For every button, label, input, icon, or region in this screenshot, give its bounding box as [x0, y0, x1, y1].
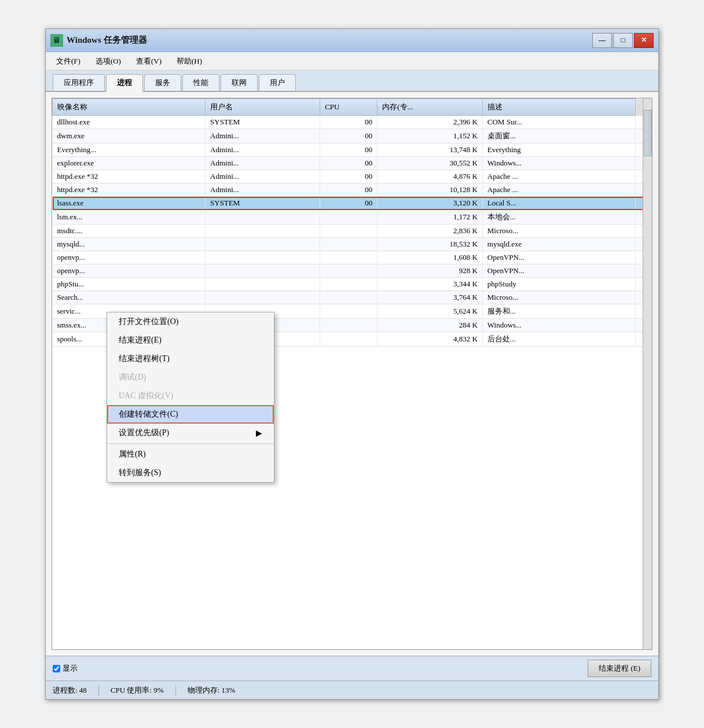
table-row[interactable]: lsass.exe SYSTEM 00 3,120 K Local S... [53, 197, 652, 210]
cell-desc: 本地会... [482, 210, 635, 225]
end-process-button[interactable]: 结束进程 (E) [588, 660, 651, 677]
cell-mem: 3,120 K [377, 197, 483, 210]
table-row[interactable]: Everything... Admini... 00 13,748 K Ever… [53, 144, 652, 157]
cell-mem: 4,876 K [377, 170, 483, 183]
cell-desc: Local S... [482, 197, 635, 210]
col-header-desc[interactable]: 描述 [482, 99, 635, 116]
cell-desc: Everything [482, 144, 635, 157]
menu-help[interactable]: 帮助(H) [171, 55, 208, 68]
tab-network[interactable]: 联网 [221, 74, 258, 91]
show-all-checkbox-input[interactable] [53, 665, 60, 672]
tab-performance[interactable]: 性能 [182, 74, 219, 91]
app-icon: 🖥 [50, 34, 63, 47]
status-process-count: 进程数: 48 [53, 685, 99, 696]
cell-mem: 4,832 K [377, 332, 483, 347]
ctx-goto-service[interactable]: 转到服务(S) [107, 464, 274, 482]
cell-cpu: 00 [320, 170, 377, 183]
cell-cpu [320, 225, 377, 238]
ctx-end-process-tree[interactable]: 结束进程树(T) [107, 350, 274, 368]
table-row[interactable]: openvp... 928 K OpenVPN... [53, 264, 652, 278]
ctx-properties[interactable]: 属性(R) [107, 445, 274, 464]
titlebar-buttons: — □ ✕ [592, 33, 654, 48]
cell-cpu: 00 [320, 183, 377, 197]
cell-process-name: openvp... [53, 251, 206, 264]
col-header-mem[interactable]: 内存(专... [377, 99, 483, 116]
table-row[interactable]: mysqld... 18,532 K mysqld.exe [53, 238, 652, 251]
menu-file[interactable]: 文件(F) [50, 55, 86, 68]
ctx-end-process[interactable]: 结束进程(E) [107, 331, 274, 350]
col-header-name[interactable]: 映像名称 [53, 99, 206, 116]
close-button[interactable]: ✕ [634, 33, 654, 48]
scrollbar-thumb[interactable] [644, 110, 652, 156]
status-cpu-usage: CPU 使用率: 9% [111, 685, 176, 696]
cell-process-name: dllhost.exe [53, 116, 206, 129]
table-row[interactable]: phpStu... 3,344 K phpStudy [53, 278, 652, 291]
task-manager-window: 🖥 Windows 任务管理器 — □ ✕ 文件(F) 选项(O) 查看(V) … [45, 28, 659, 700]
table-row[interactable]: msdtc.... 2,836 K Microso... [53, 225, 652, 238]
cell-user: SYSTEM [206, 116, 320, 129]
cell-mem: 1,152 K [377, 129, 483, 144]
scrollbar-track[interactable] [643, 98, 652, 649]
ctx-set-priority[interactable]: 设置优先级(P) ▶ [107, 424, 274, 442]
menu-view[interactable]: 查看(V) [130, 55, 167, 68]
table-row[interactable]: dwm.exe Admini... 00 1,152 K 桌面窗... [53, 129, 652, 144]
cell-desc: Windows... [482, 157, 635, 170]
table-row[interactable]: lsm.ex... 1,172 K 本地会... [53, 210, 652, 225]
cell-process-name: msdtc.... [53, 225, 206, 238]
cell-user [206, 264, 320, 278]
cell-process-name: lsm.ex... [53, 210, 206, 225]
titlebar: 🖥 Windows 任务管理器 — □ ✕ [46, 29, 658, 52]
maximize-button[interactable]: □ [613, 33, 633, 48]
cell-desc: Windows... [482, 319, 635, 332]
cell-user: Admini... [206, 183, 320, 197]
cell-mem: 2,396 K [377, 116, 483, 129]
cell-mem: 3,344 K [377, 278, 483, 291]
cell-process-name: Everything... [53, 144, 206, 157]
col-header-cpu[interactable]: CPU [320, 99, 377, 116]
minimize-button[interactable]: — [592, 33, 612, 48]
cell-user: Admini... [206, 129, 320, 144]
tab-users[interactable]: 用户 [259, 74, 296, 91]
cell-cpu [320, 332, 377, 347]
cell-mem: 284 K [377, 319, 483, 332]
show-all-processes-checkbox[interactable]: 显示 [53, 663, 78, 674]
cell-user [206, 291, 320, 304]
cell-mem: 13,748 K [377, 144, 483, 157]
tab-processes[interactable]: 进程 [106, 74, 143, 92]
table-row[interactable]: explorer.exe Admini... 00 30,552 K Windo… [53, 157, 652, 170]
cell-cpu [320, 238, 377, 251]
cell-cpu [320, 291, 377, 304]
cell-user [206, 210, 320, 225]
table-row[interactable]: httpd.exe *32 Admini... 00 10,128 K Apac… [53, 183, 652, 197]
ctx-debug: 调试(D) [107, 368, 274, 387]
cell-desc: COM Sur... [482, 116, 635, 129]
cell-process-name: httpd.exe *32 [53, 183, 206, 197]
cell-cpu [320, 278, 377, 291]
ctx-open-location[interactable]: 打开文件位置(O) [107, 312, 274, 331]
table-row[interactable]: openvp... 1,608 K OpenVPN... [53, 251, 652, 264]
cell-cpu [320, 264, 377, 278]
ctx-create-dump[interactable]: 创建转储文件(C) [107, 405, 274, 424]
ctx-set-priority-arrow: ▶ [256, 428, 262, 438]
cell-cpu [320, 251, 377, 264]
cell-mem: 18,532 K [377, 238, 483, 251]
cell-desc: OpenVPN... [482, 264, 635, 278]
bottom-bar: 显示 结束进程 (E) [46, 656, 658, 681]
cell-cpu: 00 [320, 116, 377, 129]
tab-applications[interactable]: 应用程序 [53, 74, 105, 91]
cell-desc: Apache ... [482, 183, 635, 197]
cell-process-name: openvp... [53, 264, 206, 278]
cell-desc: 后台处... [482, 332, 635, 347]
menu-options[interactable]: 选项(O) [90, 55, 127, 68]
cell-cpu: 00 [320, 144, 377, 157]
cell-cpu [320, 210, 377, 225]
table-row[interactable]: httpd.exe *32 Admini... 00 4,876 K Apach… [53, 170, 652, 183]
cell-mem: 3,764 K [377, 291, 483, 304]
status-memory: 物理内存: 13% [188, 685, 247, 696]
col-header-user[interactable]: 用户名 [206, 99, 320, 116]
cell-process-name: Search... [53, 291, 206, 304]
cell-mem: 1,172 K [377, 210, 483, 225]
table-row[interactable]: dllhost.exe SYSTEM 00 2,396 K COM Sur... [53, 116, 652, 129]
tab-services[interactable]: 服务 [144, 74, 181, 91]
table-row[interactable]: Search... 3,764 K Microso... [53, 291, 652, 304]
